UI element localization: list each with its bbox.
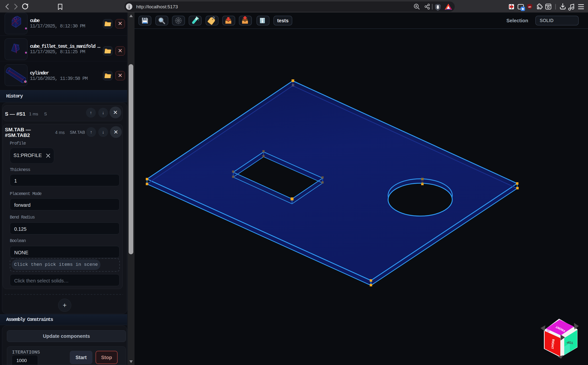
svg-text:uO: uO — [528, 5, 531, 8]
svg-text:TOP: TOP — [566, 341, 573, 345]
svg-text:http://localhost:5173: http://localhost:5173 — [136, 4, 178, 9]
